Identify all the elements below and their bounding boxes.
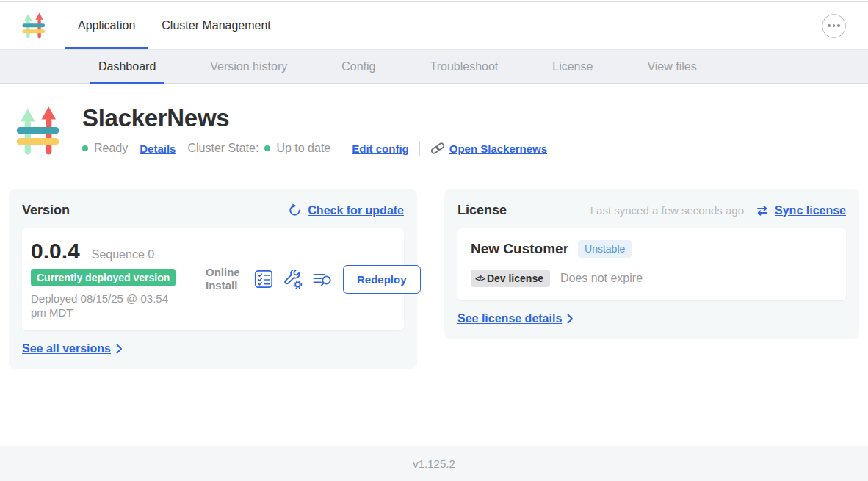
nav-app-logo[interactable] [22,2,46,49]
version-actions: Online Install [206,265,421,294]
app-logo-icon [22,12,46,40]
console-version-label: v1.125.2 [413,458,455,470]
edit-config-link[interactable]: Edit config [352,142,409,155]
license-panel: New Customer Unstable </> Dev license Do… [457,228,846,300]
tab-version-history[interactable]: Version history [201,50,296,83]
console-footer: v1.125.2 [0,446,868,481]
version-number: 0.0.4 [31,239,80,264]
tab-troubleshoot-label: Troubleshoot [430,60,498,73]
tab-dashboard[interactable]: Dashboard [90,50,164,83]
status-label: Ready [94,142,128,155]
license-type-badge: </> Dev license [471,270,550,287]
tab-view-files-label: View files [647,60,696,73]
version-action-icons [254,270,333,289]
version-card-title: Version [22,203,70,218]
tab-license[interactable]: License [543,50,601,83]
sync-icon [756,204,769,217]
divider [341,141,341,156]
deployed-status-badge: Currently deployed version [31,269,176,286]
refresh-icon [288,203,302,217]
cluster-state-label: Cluster State: [187,142,258,155]
divider [419,141,420,156]
tab-view-files[interactable]: View files [638,50,705,83]
tab-application-label: Application [78,19,135,32]
open-app-link[interactable]: Open Slackernews [430,141,547,156]
license-card-title: License [457,203,507,218]
version-info: 0.0.4 Sequence 0 Currently deployed vers… [31,239,206,320]
tab-cluster-management[interactable]: Cluster Management [148,2,284,49]
customer-name: New Customer [471,241,568,257]
tab-application[interactable]: Application [65,2,148,49]
app-header: SlackerNews Ready Details Cluster State:… [16,104,859,160]
redeploy-button[interactable]: Redeploy [343,265,421,294]
chevron-right-icon [567,314,574,324]
top-nav-tabs: Application Cluster Management [65,2,284,49]
channel-badge: Unstable [578,240,632,258]
tab-config-label: Config [341,60,375,73]
see-license-details-label: See license details [457,312,562,325]
expiry-label: Does not expire [560,272,643,285]
status-dot-icon [82,145,88,151]
open-app-link-label: Open Slackernews [449,142,547,155]
tab-dashboard-label: Dashboard [98,60,156,73]
current-version-panel: 0.0.4 Sequence 0 Currently deployed vers… [22,228,404,330]
see-all-versions-label: See all versions [22,342,111,355]
license-meta-row: </> Dev license Does not expire [471,270,833,287]
dashboard-cards: Version Check for update 0.0.4 Sequ [9,189,859,369]
see-all-versions-link[interactable]: See all versions [22,342,123,355]
sequence-label: Sequence 0 [92,248,154,261]
tab-config[interactable]: Config [333,50,384,83]
license-card-header: License Last synced a few seconds ago Sy… [457,203,846,218]
deploy-logs-icon[interactable] [312,270,333,289]
link-icon [430,141,445,156]
chevron-right-icon [116,344,123,354]
overflow-menu-button[interactable] [822,14,846,38]
check-for-update-link[interactable]: Check for update [288,203,404,217]
license-card: License Last synced a few seconds ago Sy… [444,189,859,339]
last-synced-label: Last synced a few seconds ago [590,204,744,217]
dashboard-main: SlackerNews Ready Details Cluster State:… [0,84,868,446]
app-icon [16,106,60,160]
tab-troubleshoot[interactable]: Troubleshoot [421,50,507,83]
see-license-details-link[interactable]: See license details [457,312,574,325]
license-type-label: Dev license [487,272,543,284]
version-card-header: Version Check for update [22,203,404,218]
details-link[interactable]: Details [140,142,176,155]
install-type-label: Online Install [206,266,244,292]
deployed-timestamp: Deployed 08/15/25 @ 03:54 pm MDT [31,292,184,320]
top-nav: Application Cluster Management [0,2,868,49]
ellipsis-icon [828,24,831,27]
code-icon: </> [475,274,485,283]
config-icon[interactable] [283,270,303,289]
sync-license-link[interactable]: Sync license [756,204,846,217]
cluster-state-dot-icon [264,145,270,151]
cluster-state-value: Up to date [276,142,330,155]
version-card: Version Check for update 0.0.4 Sequ [9,189,417,369]
app-sub-nav: Dashboard Version history Config Trouble… [0,49,868,84]
tab-license-label: License [552,60,593,73]
check-for-update-label: Check for update [308,204,404,217]
page-title: SlackerNews [82,104,547,132]
tab-cluster-management-label: Cluster Management [162,19,271,32]
tab-version-history-label: Version history [210,60,287,73]
customer-row: New Customer Unstable [471,240,833,258]
preflight-checks-icon[interactable] [254,270,273,289]
sync-license-label: Sync license [775,204,846,217]
app-status-row: Ready Details Cluster State: Up to date … [82,141,547,156]
